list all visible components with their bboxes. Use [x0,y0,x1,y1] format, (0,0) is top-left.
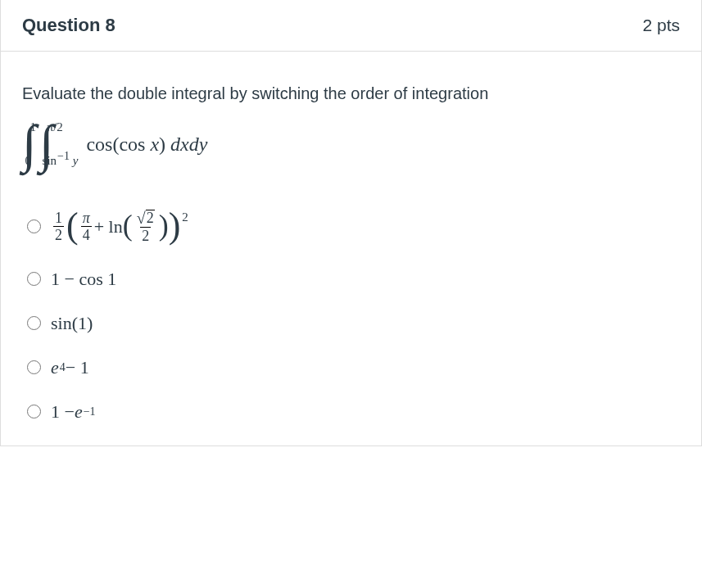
frac-pi4: π 4 [81,210,92,243]
option-e-e: e [75,403,83,421]
frac-sqrt2-2: √ 2 2 [135,210,156,244]
option-d-e: e [51,359,59,377]
radio-option-b[interactable] [27,272,41,286]
inner-lower-exp: −1 [57,150,70,162]
frac-pi4-den: 4 [81,226,92,243]
open-big-paren: ( [66,211,79,242]
frac-pi4-num: π [81,210,92,226]
option-e-pre: 1 − [51,403,75,421]
option-d-exp: 4 [60,362,66,373]
frac-sqrt-den: 2 [140,227,151,244]
outer-integral-sign: ∫ [22,123,37,165]
question-header: Question 8 2 pts [1,0,701,52]
answer-option-a[interactable]: 1 2 ( π 4 + ln ( √ 2 [27,210,680,244]
radio-option-a[interactable] [27,219,41,233]
answer-option-e[interactable]: 1 − e−1 [27,403,680,421]
integrand-dxdy: dxdy [165,133,207,155]
option-e-exp: −1 [84,406,96,418]
integrand-x: x [150,133,159,155]
answer-math-a: 1 2 ( π 4 + ln ( √ 2 [51,210,188,244]
sqrt-2: √ 2 [137,210,155,226]
question-title: Question 8 [22,15,115,36]
integrand-cos-inner: cos [119,133,150,155]
answer-option-c[interactable]: sin(1) [27,314,680,332]
frac-half-num: 1 [53,210,64,226]
integrand-close-paren: ) [159,133,165,155]
close-big-paren: ) [169,211,181,242]
frac-half-den: 2 [53,226,64,243]
answer-option-d[interactable]: e4 − 1 [27,359,680,377]
integrand-cos-outer: cos [86,133,112,155]
answer-math-e: 1 − e−1 [51,403,96,421]
inner-integral-sign: ∫ [39,123,54,165]
question-container: Question 8 2 pts Evaluate the double int… [0,0,702,446]
answer-math-b: 1 − cos 1 [51,270,116,288]
close-mid-paren: ) [159,214,169,239]
question-body: Evaluate the double integral by switchin… [1,52,701,446]
open-mid-paren: ( [123,214,133,239]
question-prompt: Evaluate the double integral by switchin… [22,84,680,103]
answer-option-b[interactable]: 1 − cos 1 [27,270,680,288]
radio-option-e[interactable] [27,405,41,418]
sqrt-sign: √ [137,210,146,226]
radio-option-d[interactable] [27,360,41,374]
answer-math-c: sin(1) [51,314,93,332]
question-points: 2 pts [642,16,680,35]
integrand: cos(cos x) dxdy [86,134,207,154]
answer-math-d: e4 − 1 [51,359,89,377]
radio-option-c[interactable] [27,316,41,330]
plus-ln: + ln [94,218,123,236]
answer-list: 1 2 ( π 4 + ln ( √ 2 [22,210,680,421]
integral-expression: ∫ 1 0 ∫ π/2 sin−1 y cos(cos x) dxdy [22,120,680,169]
frac-half: 1 2 [53,210,64,243]
sqrt-body: 2 [146,210,155,226]
outer-exponent: 2 [182,211,188,224]
option-d-rest: − 1 [66,359,89,377]
inner-lower-y: y [70,154,78,167]
